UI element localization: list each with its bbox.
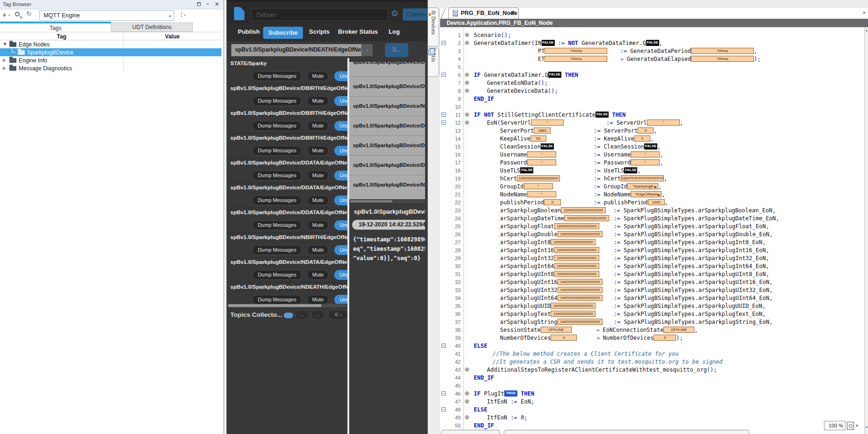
unsubscribe-button[interactable]: Uns	[334, 195, 347, 205]
monitor-value-false[interactable]: FALSE	[646, 40, 659, 46]
code-text[interactable]: GenerateDeviceData();	[472, 88, 558, 94]
code-text[interactable]: arSparkplugInt1616#0000000000000000:= Sp…	[472, 247, 769, 254]
dump-messages-button[interactable]: Dump Messages	[252, 220, 302, 230]
zoom-level-value[interactable]: 100 %	[824, 421, 846, 430]
fold-margin[interactable]	[440, 41, 447, 45]
monitor-value-false[interactable]: FALSE	[596, 112, 609, 118]
subscribe-button[interactable]: S...	[385, 43, 408, 57]
monitor-value-box[interactable]: "	[527, 191, 556, 197]
code-text[interactable]: arSparkplugDouble16#0000000000000000:= S…	[472, 231, 772, 238]
subscription-row[interactable]: spBv1.0/SparkplugBDevice/DBIRTH/EdgeOfNe…	[227, 84, 347, 109]
fold-margin[interactable]	[440, 344, 447, 348]
message-row[interactable]: spBv1.0/SparkplugBDevice/NDAT	[349, 96, 425, 116]
mqtt-tab-scripts[interactable]: Scripts	[309, 28, 330, 35]
code-area[interactable]: 1Scenario();2GenerateDataTimer(INFALSE :…	[440, 27, 864, 434]
monitor-value-box[interactable]: 16#0000000000000000	[554, 223, 599, 229]
code-text[interactable]: GenerateEoNData();	[472, 80, 548, 86]
monitor-value-box[interactable]: 0	[654, 335, 676, 341]
fold-collapse-icon[interactable]	[441, 344, 446, 348]
monitor-value-false[interactable]: FALSE	[542, 40, 555, 46]
code-text[interactable]: Username":= Username",	[472, 151, 663, 158]
monitor-value-box[interactable]: 1000	[648, 199, 665, 205]
code-text[interactable]: SessionStateOFFLINE⇒ EoNConnectionStateO…	[472, 327, 698, 333]
payload-timestamp-badge[interactable]: 18-12-2020 14:42:22.5294265	[352, 220, 425, 230]
scroll-down-icon[interactable]: ▼	[865, 426, 868, 429]
tree-collapsed-icon[interactable]: ▶	[3, 58, 6, 62]
profile-document-icon[interactable]	[234, 7, 244, 20]
mute-button[interactable]: Mute	[307, 146, 329, 156]
profile-select[interactable]: Debian	[251, 8, 389, 21]
monitor-value-false[interactable]: FALSE	[624, 167, 637, 173]
monitor-value-box[interactable]: "	[524, 183, 553, 189]
monitor-value-box[interactable]: 16#0000000000000000	[551, 239, 596, 245]
monitor-value-box[interactable]: 16#0000000000000000	[558, 279, 603, 285]
unsubscribe-button[interactable]: Uns	[334, 71, 347, 81]
dump-messages-button[interactable]: Dump Messages	[252, 295, 302, 304]
monitor-value-box[interactable]: OFFLINE	[541, 327, 572, 333]
tab-tags[interactable]: Tags	[0, 22, 111, 32]
code-text[interactable]: ETT#0ms⇒ GenerateDataElapsedT#0ms);	[472, 56, 761, 62]
code-text[interactable]: UseTLSFALSE:= UseTLSFALSE,	[472, 167, 641, 174]
close-tab-icon[interactable]: ✕	[511, 10, 515, 16]
zoom-chevron-icon[interactable]: ▾	[856, 423, 858, 428]
sidebar-tab-pous[interactable]: POUs	[428, 48, 439, 77]
code-text[interactable]: KeepAlive60:= KeepAlive0,	[472, 135, 654, 142]
mqtt-tab-publish[interactable]: Publish	[238, 28, 260, 35]
unsubscribe-button[interactable]: Uns	[334, 220, 347, 230]
code-text[interactable]: arSparkplugInt816#0000000000000000:= Spa…	[472, 239, 766, 246]
topics-collector-button-2[interactable]: ...	[311, 310, 325, 320]
message-row[interactable]: spBv1.0/SparkplugBDevice/DDAT	[349, 76, 425, 96]
code-text[interactable]: arSparkplugInt6416#0000000000000000:= Sp…	[472, 263, 769, 269]
code-text[interactable]: END_IF	[472, 374, 494, 381]
monitor-value-box[interactable]: 16#0000000000000000	[551, 303, 596, 309]
monitor-value-box[interactable]: 16#0000000000000000	[554, 255, 599, 261]
code-text[interactable]: arSparkplugUInt6416#0000000000000000:= S…	[472, 295, 772, 301]
editor-vertical-scrollbar[interactable]: ▲ ▼	[864, 27, 868, 434]
provider-select[interactable]: MQTT Engine ▾	[39, 10, 174, 21]
code-text[interactable]: arSparkplugBoolean16#0000000000000000:= …	[472, 207, 776, 214]
dump-messages-button[interactable]: Dump Messages	[252, 171, 302, 180]
bottom-docked-tab-2[interactable]	[504, 430, 749, 434]
subscription-row[interactable]: spBv1.0/SparkplugBDevice/DDATA/EdgeOfNet…	[227, 183, 347, 208]
message-row[interactable]: spBv1.0/SparkplugBDevice/DDAT	[349, 155, 425, 175]
search-icon[interactable]	[15, 12, 20, 16]
code-text[interactable]: GenerateDataTimer(INFALSE := NOT Generat…	[472, 40, 662, 46]
add-tag-dropdown-icon[interactable]: ▾	[8, 14, 10, 17]
dump-messages-button[interactable]: Dump Messages	[252, 195, 302, 205]
minimize-window-icon[interactable]: –	[205, 1, 210, 7]
monitor-value-box[interactable]: 16#0000000000000000	[558, 231, 603, 237]
code-text[interactable]: ELSE	[472, 343, 487, 349]
fold-margin[interactable]	[440, 73, 447, 77]
subscription-row[interactable]: spBv1.0/SparkplugBDevice/NBIRTH/EdgeOfNe…	[227, 233, 347, 258]
unsubscribe-button[interactable]: Uns	[334, 270, 347, 280]
code-text[interactable]: arSparkplugString16#0000000000000000:= S…	[472, 319, 772, 325]
monitor-value-expand-box[interactable]: "SparkplugB▶	[627, 183, 658, 189]
mute-button[interactable]: Mute	[307, 71, 329, 81]
dump-messages-button[interactable]: Dump Messages	[252, 146, 302, 156]
code-text[interactable]: GroupId":= GroupId"SparkplugB▶,	[472, 183, 662, 190]
monitor-value-box[interactable]: 1883	[534, 127, 551, 134]
tag-browser-titlebar[interactable]: Tag Browser – ✕	[0, 0, 223, 9]
monitor-value-box[interactable]: 16#0000000000000000	[558, 287, 603, 293]
monitor-value-box[interactable]: OFFLINE	[663, 327, 694, 333]
fold-collapse-icon[interactable]	[441, 120, 446, 125]
code-text[interactable]: Password":= Password",	[472, 159, 663, 166]
monitor-value-box[interactable]: "	[647, 120, 680, 126]
fold-margin[interactable]	[440, 407, 447, 412]
monitor-value-box[interactable]: T#0ms	[691, 56, 754, 62]
monitor-value-box[interactable]: 16#0000000000000000	[554, 271, 599, 277]
monitor-value-box[interactable]: 16#0000000000000000	[517, 175, 560, 181]
code-text[interactable]: PTT#0ms:= GenerateDataPeriodT#0ms,	[472, 48, 757, 54]
tree-item-edge-nodes[interactable]: ▼Edge Nodes	[0, 40, 221, 48]
dump-messages-button[interactable]: Dump Messages	[252, 121, 302, 131]
mqtt-tab-subscribe[interactable]: Subscribe	[263, 27, 303, 39]
tab-list-dropdown-icon[interactable]: ▾	[863, 10, 865, 15]
monitor-value-box[interactable]: 16#0000000000000000	[551, 311, 596, 317]
tab-udt-definitions[interactable]: UDT Definitions	[111, 22, 193, 32]
message-row[interactable]: spBv1.0/SparkplugBDevice/NDEA	[349, 175, 425, 195]
column-header-value[interactable]: Value	[123, 33, 221, 40]
code-text[interactable]: CleanSessionFALSE:= CleanSessionFALSE,	[472, 143, 661, 150]
add-tag-icon[interactable]: +	[2, 11, 7, 19]
code-text[interactable]: ELSE	[472, 406, 487, 413]
fold-collapse-icon[interactable]	[441, 407, 446, 412]
